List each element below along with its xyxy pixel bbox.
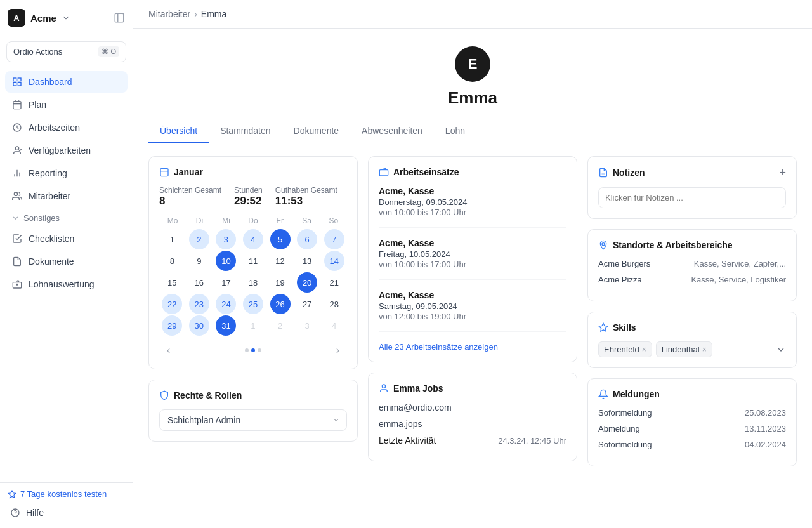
rechte-rollen-label: Rechte & Rollen [174,390,242,400]
calendar-next-button[interactable]: › [331,342,344,359]
layout-toggle-icon[interactable] [114,12,125,23]
calendar-month: Januar [174,167,203,177]
meldung-row-3: Sofortmeldung 04.02.2024 [598,440,786,449]
tab-dokumente[interactable]: Dokumente [282,119,351,143]
sidebar-item-dokumente[interactable]: Dokumente [5,251,128,272]
add-note-button[interactable]: + [779,167,786,178]
cal-day[interactable]: 12 [270,251,291,271]
ordio-actions-button[interactable]: Ordio Actions ⌘ O [6,41,126,62]
cal-day[interactable]: 23 [189,294,209,314]
standort-areas: Kasse, Service, Logistiker [691,275,786,284]
job-entry-3: Acme, Kasse Samstag, 09.05.2024 von 12:0… [379,290,566,332]
sidebar-item-dashboard[interactable]: Dashboard [5,71,128,93]
sidebar-item-label: Verfügbarkeiten [29,145,91,155]
job-title: Acme, Kasse [379,290,566,300]
calendar-title: Januar [159,167,203,177]
column-3: Notizen + Standorte & Arbeitsbereiche [587,156,797,466]
calendar-prev-button[interactable]: ‹ [162,342,175,359]
standort-name: Acme Burgers [598,259,655,268]
clock-icon [11,122,23,133]
remove-skill-ehrenfeld[interactable]: × [642,345,646,354]
cal-day[interactable]: 30 [189,315,209,336]
cal-day[interactable]: 19 [270,272,291,293]
skills-header: Skills [598,322,786,333]
sidebar-item-label: Lohnauswertung [29,279,95,289]
cal-day[interactable]: 31 [216,315,236,336]
tab-abwesenheiten[interactable]: Abwesenheiten [350,119,434,143]
cal-day[interactable]: 8 [162,251,182,271]
cal-day[interactable]: 26 [270,294,291,314]
cal-day[interactable]: 29 [162,315,182,336]
job-entry-1: Acme, Kasse Donnerstag, 09.05.2024 von 1… [379,186,566,228]
stat-stunden-value: 29:52 [234,195,263,208]
sidebar: A Acme Ordio Actions ⌘ O Dashboard Plan [0,0,133,528]
calendar-header: Januar [159,167,347,177]
cal-day[interactable]: 4 [243,229,263,249]
job-date: Samstag, 09.05.2024 [379,301,566,311]
tab-stammdaten[interactable]: Stammdaten [209,119,282,143]
sidebar-item-label: Dashboard [29,77,72,87]
email-value: emma@ordio.com [379,402,566,412]
sidebar-item-checklisten[interactable]: Checklisten [5,228,128,249]
show-all-arbeitseinsatze[interactable]: Alle 23 Arbeitseinsätze anzeigen [379,342,566,352]
sidebar-item-lohnauswertung[interactable]: Lohnauswertung [5,274,128,295]
svg-rect-26 [379,170,388,176]
cal-day[interactable]: 15 [162,272,182,293]
sidebar-item-plan[interactable]: Plan [5,94,128,116]
cal-day[interactable]: 24 [216,294,236,314]
notes-input[interactable] [598,187,786,208]
cal-day[interactable]: 21 [324,272,344,293]
cal-day: 2 [270,315,291,336]
stat-stunden: Stunden 29:52 [234,186,263,208]
cal-day[interactable]: 28 [324,294,344,314]
cal-day[interactable]: 2 [189,229,209,249]
standorte-title: Standorte & Arbeitsbereiche [598,240,733,250]
calendar-icon [159,167,169,177]
cal-day[interactable]: 5 [270,229,291,249]
svg-point-11 [15,147,18,150]
last-activity-value: 24.3.24, 12:45 Uhr [498,436,566,446]
cal-day[interactable]: 11 [243,251,263,271]
sidebar-item-hilfe[interactable]: Hilfe [8,504,125,522]
cal-day[interactable]: 22 [162,294,182,314]
cal-day[interactable]: 13 [297,251,317,271]
sidebar-item-arbeitszeiten[interactable]: Arbeitszeiten [5,117,128,138]
cal-day[interactable]: 16 [189,272,209,293]
cal-day[interactable]: 6 [297,229,317,249]
meldung-type: Sofortmeldung [598,408,652,418]
svg-rect-5 [18,82,21,86]
calendar-stats: Schichten Gesamt 8 Stunden 29:52 Guthabe… [159,186,347,208]
tab-lohn[interactable]: Lohn [434,119,476,143]
cal-day[interactable]: 1 [162,229,182,249]
cal-day: 4 [324,315,344,336]
ordio-actions-label: Ordio Actions [13,47,62,56]
sidebar-item-verfugbarkeiten[interactable]: Verfügbarkeiten [5,140,128,161]
meldungen-label: Meldungen [613,389,660,399]
sonstiges-section[interactable]: Sonstiges [5,209,128,227]
breadcrumb-parent[interactable]: Mitarbeiter [148,9,190,19]
cal-day[interactable]: 25 [243,294,263,314]
app-logo[interactable]: A Acme [8,9,70,27]
role-select[interactable]: Schichtplan Admin [159,409,347,431]
cal-day[interactable]: 27 [297,294,317,314]
notizen-header: Notizen + [598,167,786,178]
cal-day[interactable]: 7 [324,229,344,249]
topbar: Mitarbeiter › Emma [133,0,812,29]
cal-day[interactable]: 14 [324,251,344,271]
meldungen-card: Meldungen Sofortmeldung 25.08.2023 Abmel… [587,378,797,466]
trial-badge[interactable]: 7 Tage kostenlos testen [8,489,125,499]
cal-day[interactable]: 10 [216,251,236,271]
remove-skill-lindenthal[interactable]: × [702,345,707,354]
cal-day[interactable]: 9 [189,251,209,271]
cal-day[interactable]: 17 [216,272,236,293]
notizen-label: Notizen [613,168,645,178]
sidebar-item-mitarbeiter[interactable]: Mitarbeiter [5,185,128,207]
cal-day[interactable]: 18 [243,272,263,293]
cal-day[interactable]: 20 [297,272,317,293]
sidebar-item-reporting[interactable]: Reporting [5,162,128,184]
cal-day[interactable]: 3 [216,229,236,249]
meldungen-header: Meldungen [598,389,786,399]
tab-ubersicht[interactable]: Übersicht [148,119,209,143]
calendar-grid: Mo Di Mi Do Fr Sa So 1 2 3 [159,216,347,336]
chevron-down-icon[interactable] [776,345,786,355]
